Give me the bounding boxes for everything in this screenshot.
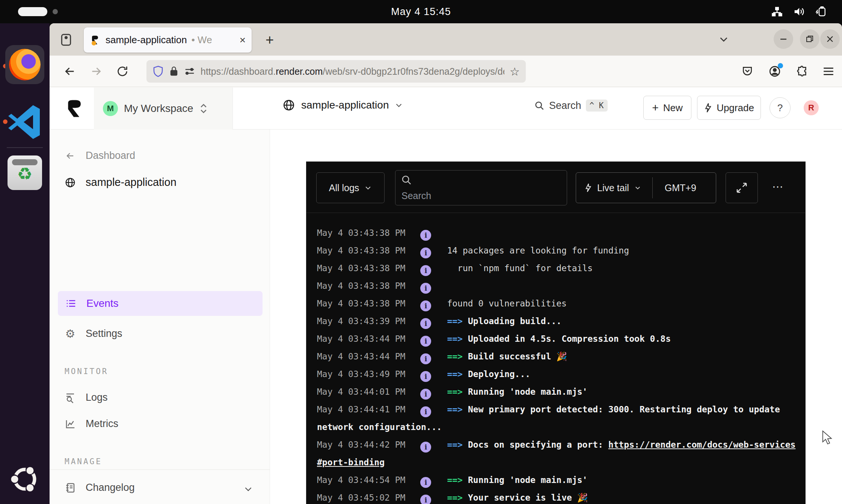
upgrade-button[interactable]: Upgrade	[697, 96, 761, 120]
recycle-icon: ♻	[8, 164, 42, 184]
log-search-box[interactable]: Search	[395, 170, 567, 205]
log-message: found 0 vulnerabilities	[447, 299, 567, 308]
pocket-icon[interactable]	[738, 62, 757, 81]
more-options-button[interactable]: ⋯	[772, 180, 784, 193]
log-timestamp: May 4 03:43:49 PM	[317, 369, 405, 379]
info-icon[interactable]: i	[420, 353, 431, 364]
timezone-button[interactable]: GMT+9	[665, 183, 696, 193]
info-icon[interactable]: i	[420, 406, 431, 417]
vscode-dock-icon[interactable]	[6, 103, 44, 140]
reload-icon[interactable]	[113, 62, 132, 81]
browser-window: sample-application • We × +	[50, 23, 842, 504]
expand-logs-button[interactable]	[726, 172, 758, 203]
log-message: Deploying...	[468, 369, 530, 379]
info-icon[interactable]: i	[420, 442, 431, 453]
info-icon[interactable]: i	[420, 389, 431, 400]
firefox-dock-icon[interactable]	[5, 45, 44, 84]
lock-icon[interactable]	[169, 66, 179, 77]
sidebar-item-logs[interactable]: Logs	[65, 392, 108, 403]
account-icon[interactable]	[765, 62, 785, 81]
plus-icon: +	[652, 101, 659, 114]
system-clock[interactable]: May 4 15:45	[0, 0, 842, 23]
log-timestamp: May 4 03:43:44 PM	[317, 352, 405, 361]
menu-hamburger-icon[interactable]	[819, 62, 838, 81]
minimize-button[interactable]	[774, 29, 793, 49]
info-icon[interactable]: i	[420, 495, 431, 504]
forward-icon[interactable]	[86, 62, 106, 81]
sidebar-heading-monitor: MONITOR	[65, 367, 109, 376]
url-bar[interactable]: https://dashboard.render.com/web/srv-d0b…	[146, 60, 526, 83]
new-tab-button[interactable]: +	[260, 30, 279, 50]
log-line: May 4 03:44:41 PMi==>New primary port de…	[317, 401, 796, 436]
sidebar-item-events[interactable]: Events	[58, 291, 263, 316]
log-timestamp: May 4 03:43:38 PM	[317, 299, 405, 308]
sidebar-service-name[interactable]: sample-application	[65, 176, 177, 189]
tracking-shield-icon[interactable]	[152, 65, 164, 77]
tab-list-chevron-icon[interactable]	[717, 33, 730, 46]
back-icon[interactable]	[60, 62, 80, 81]
globe-icon	[282, 99, 295, 112]
expand-icon	[736, 182, 748, 194]
system-tray[interactable]	[771, 0, 828, 23]
changelog-icon	[65, 482, 76, 493]
info-icon[interactable]: i	[420, 230, 431, 241]
info-icon[interactable]: i	[420, 247, 431, 258]
logs-search-icon	[65, 392, 76, 403]
log-line: May 4 03:43:38 PMi	[317, 224, 796, 242]
firefox-view-icon[interactable]	[59, 32, 74, 47]
ubuntu-dock-icon[interactable]	[8, 462, 42, 496]
tab-title: sample-application	[106, 34, 187, 46]
info-icon[interactable]: i	[420, 283, 431, 294]
maximize-button[interactable]	[800, 29, 819, 49]
log-lines[interactable]: May 4 03:43:38 PMiMay 4 03:43:38 PMi14 p…	[306, 213, 806, 504]
bookmark-star-icon[interactable]: ☆	[510, 65, 520, 78]
search-label: Search	[549, 100, 581, 112]
changelog-chevron-icon[interactable]	[243, 484, 253, 494]
info-icon[interactable]: i	[420, 265, 431, 276]
log-line: May 4 03:43:38 PMi run `npm fund` for de…	[317, 260, 796, 277]
sidebar-back-dashboard[interactable]: Dashboard	[65, 150, 135, 161]
search-icon	[401, 174, 412, 186]
sidebar-item-settings[interactable]: ⚙ Settings	[65, 328, 122, 340]
info-icon[interactable]: i	[420, 477, 431, 488]
log-line: May 4 03:43:49 PMi==>Deploying...	[317, 365, 796, 383]
log-panel: All logs Search Live tail	[306, 161, 806, 504]
trash-dock-icon[interactable]: ♻	[8, 155, 42, 190]
chevron-down-icon	[395, 101, 403, 109]
info-icon[interactable]: i	[420, 318, 431, 329]
service-selector[interactable]: sample-application	[282, 99, 403, 112]
log-filter-dropdown[interactable]: All logs	[316, 172, 385, 203]
activities-pill[interactable]	[18, 7, 47, 16]
log-line: May 4 03:44:54 PMi==>Running 'node main.…	[317, 471, 796, 489]
sidebar-item-changelog[interactable]: Changelog	[65, 482, 135, 493]
active-tab[interactable]: sample-application • We ×	[84, 27, 252, 53]
log-line: May 4 03:43:39 PMi==>Uploading build...	[317, 312, 796, 330]
url-text[interactable]: https://dashboard.render.com/web/srv-d0b…	[201, 66, 504, 77]
info-icon[interactable]: i	[420, 371, 431, 382]
render-logo[interactable]	[65, 98, 86, 119]
log-message: Your service is live 🎉	[468, 493, 588, 502]
close-window-button[interactable]	[820, 29, 840, 49]
log-message: Uploading build...	[468, 316, 561, 326]
globe-icon	[65, 177, 76, 188]
workspace-selector[interactable]: M My Workspace	[94, 88, 232, 130]
log-arrow: ==>	[447, 475, 463, 485]
user-avatar[interactable]: R	[804, 100, 819, 115]
log-arrow: ==>	[447, 440, 463, 450]
extensions-icon[interactable]	[792, 62, 812, 81]
permissions-icon[interactable]	[184, 66, 195, 77]
help-button[interactable]: ?	[770, 97, 791, 118]
live-tail-group[interactable]: Live tail GMT+9	[576, 172, 716, 203]
log-message: Docs on specifying a port:	[468, 440, 608, 450]
workspace-avatar: M	[103, 101, 118, 116]
log-line: May 4 03:43:44 PMi==>Uploaded in 4.5s. C…	[317, 330, 796, 348]
new-button[interactable]: + New	[643, 96, 691, 120]
info-icon[interactable]: i	[420, 336, 431, 347]
info-icon[interactable]: i	[420, 300, 431, 311]
tab-close-icon[interactable]: ×	[240, 34, 246, 46]
volume-icon	[793, 6, 804, 17]
header-separator-2	[232, 88, 233, 130]
global-search[interactable]: Search ^ K	[534, 100, 608, 112]
group-divider	[652, 177, 653, 198]
sidebar-item-metrics[interactable]: Metrics	[65, 418, 118, 430]
